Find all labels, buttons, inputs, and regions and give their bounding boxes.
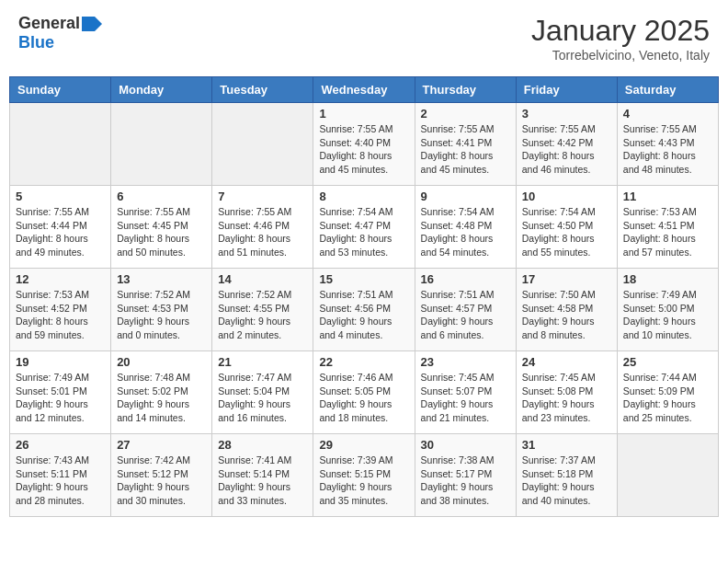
calendar-cell: 21Sunrise: 7:47 AM Sunset: 5:04 PM Dayli… (212, 351, 313, 434)
day-number: 22 (319, 355, 408, 369)
calendar-cell: 8Sunrise: 7:54 AM Sunset: 4:47 PM Daylig… (313, 186, 415, 269)
calendar-cell: 27Sunrise: 7:42 AM Sunset: 5:12 PM Dayli… (111, 434, 212, 517)
day-info: Sunrise: 7:55 AM Sunset: 4:42 PM Dayligh… (522, 122, 611, 177)
day-number: 4 (623, 107, 712, 121)
calendar-cell: 15Sunrise: 7:51 AM Sunset: 4:56 PM Dayli… (313, 269, 415, 351)
day-info: Sunrise: 7:47 AM Sunset: 5:04 PM Dayligh… (218, 371, 307, 425)
calendar-cell: 1Sunrise: 7:55 AM Sunset: 4:40 PM Daylig… (313, 103, 415, 186)
weekday-header-saturday: Saturday (617, 77, 718, 103)
calendar-cell: 20Sunrise: 7:48 AM Sunset: 5:02 PM Dayli… (111, 351, 212, 434)
calendar-cell: 18Sunrise: 7:49 AM Sunset: 5:00 PM Dayli… (617, 269, 718, 351)
day-number: 20 (117, 355, 206, 369)
calendar-cell: 24Sunrise: 7:45 AM Sunset: 5:08 PM Dayli… (516, 351, 617, 434)
day-info: Sunrise: 7:45 AM Sunset: 5:07 PM Dayligh… (421, 371, 510, 425)
day-number: 23 (421, 355, 510, 369)
calendar-body: 1Sunrise: 7:55 AM Sunset: 4:40 PM Daylig… (10, 103, 719, 517)
day-info: Sunrise: 7:42 AM Sunset: 5:12 PM Dayligh… (117, 454, 206, 508)
day-info: Sunrise: 7:37 AM Sunset: 5:18 PM Dayligh… (522, 454, 611, 508)
day-info: Sunrise: 7:50 AM Sunset: 4:58 PM Dayligh… (522, 288, 611, 342)
location-subtitle: Torrebelvicino, Veneto, Italy (531, 48, 710, 63)
day-info: Sunrise: 7:52 AM Sunset: 4:53 PM Dayligh… (117, 288, 206, 342)
day-info: Sunrise: 7:54 AM Sunset: 4:47 PM Dayligh… (319, 205, 408, 259)
day-info: Sunrise: 7:54 AM Sunset: 4:50 PM Dayligh… (522, 205, 611, 259)
day-info: Sunrise: 7:49 AM Sunset: 5:01 PM Dayligh… (16, 371, 105, 425)
day-info: Sunrise: 7:55 AM Sunset: 4:46 PM Dayligh… (218, 205, 307, 259)
calendar-cell: 10Sunrise: 7:54 AM Sunset: 4:50 PM Dayli… (516, 186, 617, 269)
calendar-cell: 9Sunrise: 7:54 AM Sunset: 4:48 PM Daylig… (415, 186, 516, 269)
calendar-week-row: 1Sunrise: 7:55 AM Sunset: 4:40 PM Daylig… (10, 103, 719, 186)
logo-general-text: General (18, 14, 80, 33)
day-number: 12 (16, 272, 105, 286)
day-info: Sunrise: 7:55 AM Sunset: 4:43 PM Dayligh… (623, 122, 712, 177)
weekday-header-sunday: Sunday (10, 77, 111, 103)
day-info: Sunrise: 7:55 AM Sunset: 4:41 PM Dayligh… (421, 122, 510, 177)
day-number: 7 (218, 190, 307, 203)
day-info: Sunrise: 7:51 AM Sunset: 4:56 PM Dayligh… (319, 288, 408, 342)
calendar-cell: 16Sunrise: 7:51 AM Sunset: 4:57 PM Dayli… (415, 269, 516, 351)
calendar-table: SundayMondayTuesdayWednesdayThursdayFrid… (9, 76, 719, 517)
day-number: 14 (218, 272, 307, 286)
day-number: 18 (623, 272, 712, 286)
day-number: 19 (16, 355, 105, 369)
weekday-header-thursday: Thursday (415, 77, 516, 103)
day-info: Sunrise: 7:39 AM Sunset: 5:15 PM Dayligh… (319, 454, 408, 508)
calendar-cell: 17Sunrise: 7:50 AM Sunset: 4:58 PM Dayli… (516, 269, 617, 351)
day-info: Sunrise: 7:52 AM Sunset: 4:55 PM Dayligh… (218, 288, 307, 342)
calendar-week-row: 12Sunrise: 7:53 AM Sunset: 4:52 PM Dayli… (10, 269, 719, 351)
logo-blue-text: Blue (18, 33, 54, 52)
weekday-header-wednesday: Wednesday (313, 77, 415, 103)
calendar-cell (111, 103, 212, 186)
calendar-cell (212, 103, 313, 186)
day-number: 30 (421, 438, 510, 452)
calendar-cell: 11Sunrise: 7:53 AM Sunset: 4:51 PM Dayli… (617, 186, 718, 269)
calendar-cell: 26Sunrise: 7:43 AM Sunset: 5:11 PM Dayli… (10, 434, 111, 517)
day-number: 28 (218, 438, 307, 452)
calendar-cell: 13Sunrise: 7:52 AM Sunset: 4:53 PM Dayli… (111, 269, 212, 351)
calendar-week-row: 19Sunrise: 7:49 AM Sunset: 5:01 PM Dayli… (10, 351, 719, 434)
day-number: 25 (623, 355, 712, 369)
calendar-cell: 19Sunrise: 7:49 AM Sunset: 5:01 PM Dayli… (10, 351, 111, 434)
day-info: Sunrise: 7:49 AM Sunset: 5:00 PM Dayligh… (623, 288, 712, 342)
calendar-cell (617, 434, 718, 517)
day-info: Sunrise: 7:48 AM Sunset: 5:02 PM Dayligh… (117, 371, 206, 425)
day-number: 16 (421, 272, 510, 286)
day-info: Sunrise: 7:51 AM Sunset: 4:57 PM Dayligh… (421, 288, 510, 342)
day-info: Sunrise: 7:38 AM Sunset: 5:17 PM Dayligh… (421, 454, 510, 508)
month-title: January 2025 (531, 14, 710, 48)
day-number: 21 (218, 355, 307, 369)
day-info: Sunrise: 7:41 AM Sunset: 5:14 PM Dayligh… (218, 454, 307, 508)
day-number: 1 (319, 107, 408, 121)
day-info: Sunrise: 7:55 AM Sunset: 4:44 PM Dayligh… (16, 205, 105, 259)
calendar-cell: 7Sunrise: 7:55 AM Sunset: 4:46 PM Daylig… (212, 186, 313, 269)
day-number: 29 (319, 438, 408, 452)
weekday-header-monday: Monday (111, 77, 212, 103)
day-info: Sunrise: 7:45 AM Sunset: 5:08 PM Dayligh… (522, 371, 611, 425)
logo-flag-icon (82, 17, 102, 31)
day-number: 5 (16, 190, 105, 203)
calendar-week-row: 5Sunrise: 7:55 AM Sunset: 4:44 PM Daylig… (10, 186, 719, 269)
day-number: 13 (117, 272, 206, 286)
weekday-header-row: SundayMondayTuesdayWednesdayThursdayFrid… (10, 77, 719, 103)
calendar-cell: 25Sunrise: 7:44 AM Sunset: 5:09 PM Dayli… (617, 351, 718, 434)
day-number: 17 (522, 272, 611, 286)
day-number: 9 (421, 190, 510, 203)
day-number: 6 (117, 190, 206, 203)
day-info: Sunrise: 7:54 AM Sunset: 4:48 PM Dayligh… (421, 205, 510, 259)
day-number: 11 (623, 190, 712, 203)
day-number: 31 (522, 438, 611, 452)
svg-marker-0 (82, 17, 102, 31)
day-info: Sunrise: 7:44 AM Sunset: 5:09 PM Dayligh… (623, 371, 712, 425)
calendar-cell: 30Sunrise: 7:38 AM Sunset: 5:17 PM Dayli… (415, 434, 516, 517)
calendar-cell: 31Sunrise: 7:37 AM Sunset: 5:18 PM Dayli… (516, 434, 617, 517)
calendar-cell: 23Sunrise: 7:45 AM Sunset: 5:07 PM Dayli… (415, 351, 516, 434)
day-number: 10 (522, 190, 611, 203)
calendar-cell: 29Sunrise: 7:39 AM Sunset: 5:15 PM Dayli… (313, 434, 415, 517)
day-info: Sunrise: 7:55 AM Sunset: 4:40 PM Dayligh… (319, 122, 408, 177)
day-info: Sunrise: 7:53 AM Sunset: 4:52 PM Dayligh… (16, 288, 105, 342)
day-number: 27 (117, 438, 206, 452)
logo: General Blue (18, 14, 102, 52)
day-info: Sunrise: 7:55 AM Sunset: 4:45 PM Dayligh… (117, 205, 206, 259)
title-section: January 2025 Torrebelvicino, Veneto, Ita… (531, 14, 710, 63)
page-header: General Blue January 2025 Torrebelvicino… (9, 9, 719, 67)
calendar-week-row: 26Sunrise: 7:43 AM Sunset: 5:11 PM Dayli… (10, 434, 719, 517)
